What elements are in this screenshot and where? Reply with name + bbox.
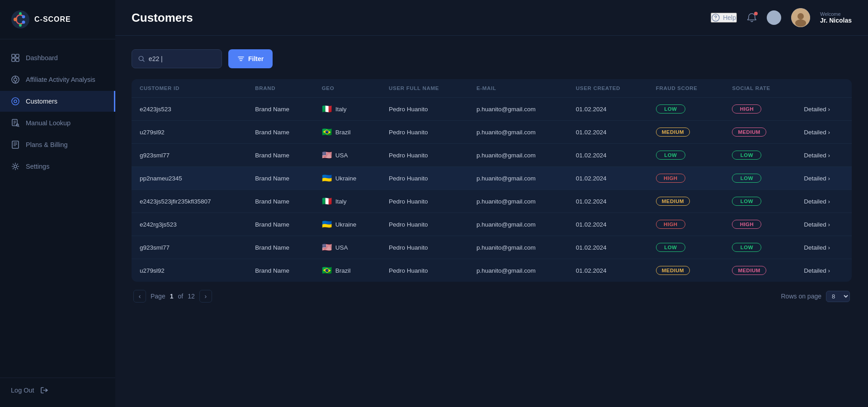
geo-name: Ukraine <box>335 175 357 182</box>
social-rate-badge: LOW <box>732 174 761 183</box>
cell-action: Detailed › <box>796 236 852 259</box>
cell-brand: Brand Name <box>247 236 313 259</box>
svg-rect-7 <box>16 54 19 57</box>
sidebar-item-customers[interactable]: Customers <box>0 91 115 112</box>
cell-social-rate: LOW <box>724 236 796 259</box>
social-rate-badge: LOW <box>732 151 761 160</box>
detailed-link[interactable]: Detailed › <box>804 152 844 159</box>
detailed-link[interactable]: Detailed › <box>804 198 844 205</box>
next-page-button[interactable]: › <box>199 290 212 303</box>
col-user-created: USER CREATED <box>568 79 648 98</box>
fraud-score-badge: HIGH <box>656 220 685 229</box>
toolbar: Filter <box>132 49 852 68</box>
sidebar-item-affiliate[interactable]: Affiliate Activity Analysis <box>0 69 115 90</box>
sidebar-item-dashboard[interactable]: Dashboard <box>0 47 115 68</box>
cell-brand: Brand Name <box>247 190 313 213</box>
table-row: u279sl92 Brand Name 🇧🇷 Brazil Pedro Huan… <box>132 259 852 282</box>
sidebar-item-label: Affiliate Activity Analysis <box>26 76 95 83</box>
cell-brand: Brand Name <box>247 144 313 167</box>
svg-point-14 <box>12 98 19 105</box>
user-avatar <box>791 8 810 27</box>
cell-geo: 🇺🇸 USA <box>314 236 381 259</box>
prev-page-button[interactable]: ‹ <box>133 290 146 303</box>
detailed-link[interactable]: Detailed › <box>804 244 844 251</box>
cell-full-name: Pedro Huanito <box>381 213 468 236</box>
table-row: u279sl92 Brand Name 🇧🇷 Brazil Pedro Huan… <box>132 121 852 144</box>
geo-name: USA <box>335 244 348 251</box>
cell-created: 01.02.2024 <box>568 167 648 190</box>
cell-geo: 🇧🇷 Brazil <box>314 259 381 282</box>
cell-full-name: Pedro Huanito <box>381 236 468 259</box>
cell-geo: 🇮🇹 Italy <box>314 190 381 213</box>
sidebar-item-manual[interactable]: Manual Lookup <box>0 113 115 133</box>
logo-text: C-SCORE <box>34 15 71 24</box>
cell-customer-id: pp2nameu2345 <box>132 167 247 190</box>
col-social-rate: SOCIAL RATE <box>724 79 796 98</box>
geo-flag: 🇺🇦 <box>322 219 332 229</box>
cell-full-name: Pedro Huanito <box>381 121 468 144</box>
filter-icon <box>237 55 245 62</box>
file-search-icon <box>11 118 20 128</box>
header: Customers Help <box>115 0 868 36</box>
cell-social-rate: HIGH <box>724 213 796 236</box>
detailed-link[interactable]: Detailed › <box>804 129 844 136</box>
detailed-link[interactable]: Detailed › <box>804 267 844 274</box>
detailed-link[interactable]: Detailed › <box>804 221 844 228</box>
svg-line-33 <box>143 60 144 62</box>
geo-flag: 🇧🇷 <box>322 127 332 137</box>
cell-fraud-score: LOW <box>648 144 724 167</box>
cell-customer-id: g923sml77 <box>132 144 247 167</box>
search-input[interactable] <box>149 55 215 62</box>
sidebar-nav: Dashboard Affiliate Activity Analysis <box>0 39 115 378</box>
cell-action: Detailed › <box>796 167 852 190</box>
cell-brand: Brand Name <box>247 259 313 282</box>
social-rate-badge: HIGH <box>732 220 761 229</box>
gear-icon <box>11 162 20 171</box>
main-content: Customers Help <box>115 0 868 407</box>
cell-fraud-score: LOW <box>648 98 724 121</box>
detailed-link[interactable]: Detailed › <box>804 106 844 113</box>
cscore-logo-icon <box>11 10 30 29</box>
sidebar-item-settings[interactable]: Settings <box>0 156 115 177</box>
social-rate-badge: MEDIUM <box>732 128 766 137</box>
rows-per-page-select[interactable]: 8 16 32 64 <box>826 291 850 302</box>
cell-geo: 🇺🇸 USA <box>314 144 381 167</box>
fraud-score-badge: HIGH <box>656 174 685 183</box>
table-header-row: CUSTOMER ID BRAND GEO USER FULL NAME E-M… <box>132 79 852 98</box>
user-status-circle <box>767 10 781 25</box>
cell-full-name: Pedro Huanito <box>381 259 468 282</box>
cell-social-rate: LOW <box>724 144 796 167</box>
table-body: e2423js523 Brand Name 🇮🇹 Italy Pedro Hua… <box>132 98 852 282</box>
fraud-score-badge: LOW <box>656 104 685 114</box>
social-rate-badge: LOW <box>732 197 761 206</box>
cell-email: p.huanito@gmail.com <box>468 236 568 259</box>
notification-button[interactable] <box>747 13 757 23</box>
cell-customer-id: e2423js523jfir235kfl35807 <box>132 190 247 213</box>
svg-point-5 <box>19 24 22 27</box>
svg-point-2 <box>22 21 25 24</box>
fraud-score-badge: MEDIUM <box>656 197 690 206</box>
sidebar-item-plans[interactable]: Plans & Billing <box>0 134 115 155</box>
detailed-link[interactable]: Detailed › <box>804 175 844 182</box>
help-button[interactable]: Help <box>711 13 737 23</box>
geo-name: Italy <box>335 198 347 205</box>
geo-flag: 🇺🇸 <box>322 150 332 160</box>
fraud-score-badge: LOW <box>656 243 685 252</box>
cell-customer-id: e242rg3js523 <box>132 213 247 236</box>
cell-geo: 🇺🇦 Ukraine <box>314 213 381 236</box>
cell-email: p.huanito@gmail.com <box>468 98 568 121</box>
content-area: Filter CUSTOMER ID BRAND GEO USER FULL N… <box>115 36 868 407</box>
geo-name: Italy <box>335 106 347 113</box>
cell-action: Detailed › <box>796 121 852 144</box>
logout-button[interactable]: Log Out <box>11 386 104 394</box>
cell-full-name: Pedro Huanito <box>381 167 468 190</box>
cell-social-rate: LOW <box>724 167 796 190</box>
cell-social-rate: MEDIUM <box>724 259 796 282</box>
filter-button[interactable]: Filter <box>228 49 273 68</box>
svg-point-26 <box>14 165 17 168</box>
user-info: Welcome Jr. Nicolas <box>820 11 852 24</box>
cell-created: 01.02.2024 <box>568 236 648 259</box>
svg-line-21 <box>18 126 19 127</box>
cell-geo: 🇧🇷 Brazil <box>314 121 381 144</box>
svg-point-3 <box>14 18 17 21</box>
